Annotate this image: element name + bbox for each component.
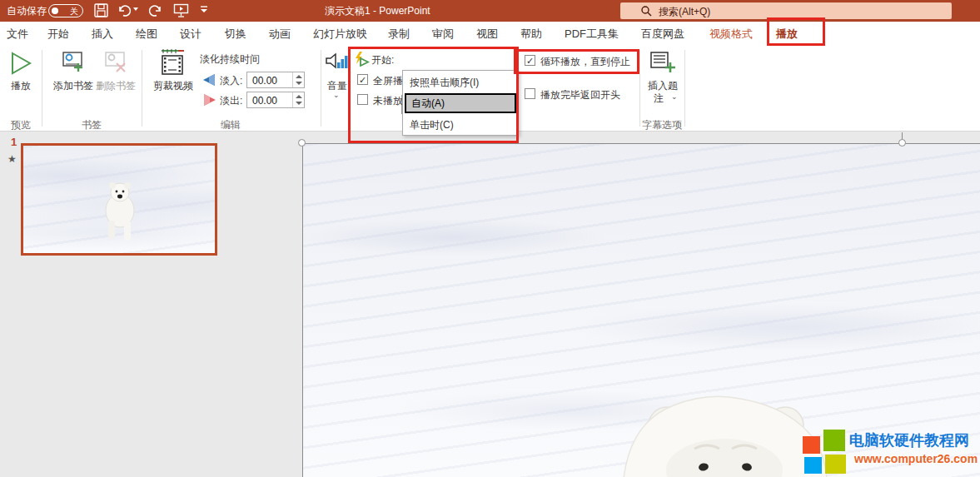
volume-icon — [325, 51, 348, 76]
animation-star-icon: ★ — [7, 153, 17, 165]
loop-checkbox-label[interactable]: 循环播放，直到停止 — [540, 55, 630, 69]
window-title: 演示文稿1 - PowerPoint — [325, 0, 430, 22]
editing-group-label: 编辑 — [206, 118, 256, 132]
tab-slideshow[interactable]: 幻灯片放映 — [313, 22, 367, 46]
trim-video-icon — [158, 48, 188, 80]
search-input[interactable]: 搜索(Alt+Q) — [620, 2, 952, 19]
fade-out-spin-buttons[interactable] — [292, 92, 304, 107]
remove-bookmark-icon — [104, 51, 129, 77]
dropdown-item-automatically[interactable]: 自动(A) — [405, 93, 516, 113]
preview-play-icon — [9, 51, 32, 79]
fade-in-value: 00.00 — [252, 75, 277, 87]
check-icon: ✓ — [359, 75, 366, 85]
rewind-checkbox[interactable] — [525, 88, 535, 99]
fade-in-spinner[interactable]: 00.00 — [246, 72, 305, 88]
spin-up-icon[interactable] — [296, 75, 302, 78]
tab-help[interactable]: 帮助 — [520, 22, 542, 46]
undo-dropdown-icon[interactable] — [133, 7, 138, 11]
add-bookmark-icon — [62, 51, 87, 77]
slideshow-icon[interactable] — [173, 3, 189, 21]
rewind-checkbox-label[interactable]: 播放完毕返回开头 — [540, 88, 620, 102]
dropdown-item-when-clicked[interactable]: 单击时(C) — [403, 115, 520, 135]
tab-insert[interactable]: 插入 — [92, 22, 113, 46]
spin-down-icon[interactable] — [296, 102, 302, 105]
fade-duration-label: 淡化持续时间 — [200, 52, 260, 67]
fade-out-label: 淡出: — [220, 94, 242, 108]
qat-customize-icon[interactable] — [200, 4, 208, 19]
volume-dropdown-icon[interactable]: ⌄ — [333, 91, 340, 99]
watermark-site-url: www.computer26.com — [854, 452, 978, 465]
group-separator — [142, 50, 142, 127]
slides-panel: 1 ★ — [0, 132, 301, 477]
polar-bear-thumbnail-image — [97, 177, 143, 242]
search-icon — [640, 5, 652, 20]
selection-handle-top-left[interactable] — [298, 139, 306, 147]
dropdown-item-in-click-sequence[interactable]: 按照单击顺序(I) — [403, 72, 520, 92]
tab-transitions[interactable]: 切换 — [225, 22, 246, 46]
start-label: 开始: — [371, 53, 394, 67]
fade-in-icon — [202, 73, 216, 90]
tab-design[interactable]: 设计 — [180, 22, 201, 46]
video-object[interactable]: 电脑软硬件教程网 www.computer26.com — [302, 143, 980, 477]
start-dropdown-list: 按照单击顺序(I) 自动(A) 单击时(C) — [402, 70, 519, 136]
fullscreen-checkbox-label[interactable]: 全屏播 — [373, 74, 403, 88]
fade-in-spin-buttons[interactable] — [292, 72, 304, 87]
fade-out-spinner[interactable]: 00.00 — [246, 92, 305, 108]
check-icon: ✓ — [526, 56, 534, 66]
fade-in-label: 淡入: — [220, 74, 242, 88]
tab-record[interactable]: 录制 — [388, 22, 410, 46]
bookmarks-group-label: 书签 — [67, 118, 117, 132]
fullscreen-checkbox[interactable]: ✓ — [357, 74, 368, 85]
preview-play-button[interactable]: 播放 — [2, 79, 40, 93]
tab-home[interactable]: 开始 — [47, 22, 69, 46]
watermark: 电脑软硬件教程网 www.computer26.com — [803, 429, 980, 475]
polar-bear-image — [615, 390, 833, 477]
spin-down-icon[interactable] — [296, 82, 302, 85]
insert-caption-icon — [649, 51, 676, 77]
toggle-dot-icon — [52, 7, 58, 14]
tab-review[interactable]: 审阅 — [432, 22, 454, 46]
autosave-state: 关 — [70, 6, 78, 17]
fade-out-icon — [202, 93, 216, 110]
autosave-label: 自动保存 — [7, 0, 47, 22]
tab-baidu-netdisk[interactable]: 百度网盘 — [641, 22, 684, 46]
group-separator — [684, 50, 685, 127]
tab-animations[interactable]: 动画 — [269, 22, 291, 46]
tab-file[interactable]: 文件 — [7, 22, 28, 46]
save-icon[interactable] — [94, 3, 108, 21]
search-placeholder: 搜索(Alt+Q) — [659, 5, 710, 19]
trim-video-button[interactable]: 剪裁视频 — [150, 79, 196, 93]
captions-group-label: 字幕选项 — [638, 118, 686, 132]
tab-draw[interactable]: 绘图 — [136, 22, 157, 46]
preview-group-label: 预览 — [2, 118, 40, 132]
undo-icon[interactable] — [117, 3, 132, 21]
ribbon-tab-row: 文件 开始 插入 绘图 设计 切换 动画 幻灯片放映 录制 审阅 视图 帮助 P… — [0, 22, 980, 46]
hide-checkbox-label[interactable]: 未播放 — [373, 94, 403, 108]
slide-thumbnail[interactable] — [21, 143, 217, 256]
add-bookmark-button[interactable]: 添加书签 — [50, 79, 97, 93]
remove-bookmark-button[interactable]: 删除书签 — [92, 79, 139, 93]
watermark-logo-icon — [803, 429, 846, 474]
fade-out-value: 00.00 — [252, 95, 277, 107]
tab-view[interactable]: 视图 — [476, 22, 498, 46]
tab-video-format[interactable]: 视频格式 — [709, 22, 753, 46]
spin-up-icon[interactable] — [296, 95, 302, 98]
group-separator — [639, 50, 640, 127]
tab-pdf-tools[interactable]: PDF工具集 — [565, 22, 619, 46]
hide-while-not-playing-checkbox[interactable] — [357, 94, 368, 105]
slide-number: 1 — [11, 136, 17, 148]
title-bar: 自动保存 关 演示文稿1 - PowerPoint 搜索(Alt+Q) — [0, 0, 980, 22]
caption-dropdown-icon[interactable]: ⌄ — [671, 92, 678, 101]
watermark-site-name: 电脑软硬件教程网 — [849, 430, 969, 450]
selection-handle-top-middle[interactable] — [898, 139, 906, 147]
start-option-icon — [353, 52, 370, 70]
tab-playback[interactable]: 播放 — [776, 22, 798, 46]
autosave-toggle[interactable]: 关 — [48, 4, 83, 17]
insert-caption-button-line2[interactable]: 注 — [642, 92, 675, 106]
group-separator — [42, 50, 42, 127]
redo-icon[interactable] — [148, 3, 163, 21]
loop-checkbox[interactable]: ✓ — [525, 55, 535, 66]
